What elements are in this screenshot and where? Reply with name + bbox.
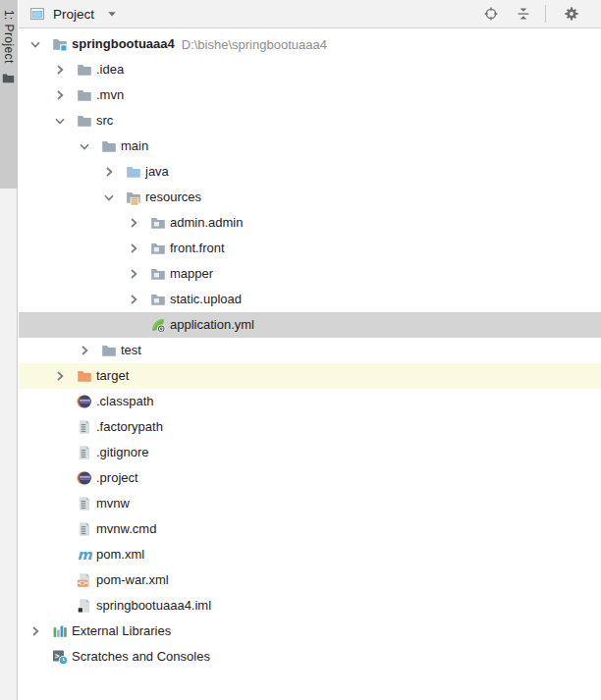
toolbar: Project <box>19 0 601 28</box>
tree-row-label: Scratches and Consoles <box>72 649 210 665</box>
chevron-right-icon[interactable] <box>126 241 150 256</box>
tree-row[interactable]: mvnw.cmd <box>19 516 601 542</box>
libraries-icon <box>52 623 68 639</box>
tree-row[interactable]: mpom.xml <box>19 542 601 567</box>
chevron-spacer <box>52 394 77 409</box>
tree-row[interactable]: front.front <box>19 236 601 261</box>
tree-row[interactable]: target <box>19 363 601 389</box>
chevron-right-icon[interactable] <box>77 343 101 358</box>
project-view-selector[interactable]: Project <box>29 6 120 22</box>
tree-row-label: .gitignore <box>96 445 148 460</box>
tree-row[interactable]: java <box>19 159 601 185</box>
eclipse-file-icon <box>77 394 92 409</box>
tree-row[interactable]: springbootuaaa4.iml <box>19 593 601 619</box>
tree-row[interactable]: springbootuaaa4D:\bishe\springbootuaaa4 <box>19 31 601 57</box>
tree-row[interactable]: .gitignore <box>19 440 601 465</box>
tree-row-label: target <box>96 368 129 384</box>
chevron-right-icon[interactable] <box>126 266 150 282</box>
tree-row-annotation: D:\bishe\springbootuaaa4 <box>182 37 327 52</box>
tree-row[interactable]: test <box>19 338 601 363</box>
chevron-right-icon[interactable] <box>126 215 150 231</box>
chevron-spacer <box>52 496 77 512</box>
folder-excluded-icon <box>77 368 92 384</box>
chevron-right-icon[interactable] <box>52 368 77 384</box>
chevron-right-icon[interactable] <box>126 292 150 307</box>
folder-package-icon <box>150 292 166 307</box>
project-tree: springbootuaaa4D:\bishe\springbootuaaa4.… <box>19 28 601 700</box>
tree-row[interactable]: External Libraries <box>19 619 601 644</box>
tool-window-button-project[interactable]: 1: Project <box>0 0 17 188</box>
tree-row[interactable]: <>pom-war.xml <box>19 567 601 593</box>
tool-window-button-label: 1: Project <box>2 10 16 64</box>
tree-row-label: springbootuaaa4 <box>72 36 175 52</box>
tree-row-label: static.upload <box>170 292 242 307</box>
tree-row[interactable]: resources <box>19 185 601 210</box>
scratches-icon: > <box>52 649 68 665</box>
tool-window-stripe: 1: Project <box>0 0 18 700</box>
tree-row[interactable]: static.upload <box>19 287 601 312</box>
tree-row-label: mapper <box>170 266 213 282</box>
toolbar-title: Project <box>53 7 94 22</box>
chevron-down-icon[interactable] <box>77 138 101 154</box>
tree-row-label: .idea <box>96 62 124 78</box>
folder-package-icon <box>150 241 166 256</box>
folder-icon <box>77 87 92 103</box>
text-file-icon <box>77 419 92 435</box>
tree-row-label: src <box>96 113 113 129</box>
folder-source-icon <box>126 164 141 180</box>
folder-resources-icon <box>126 189 141 205</box>
chevron-right-icon[interactable] <box>52 87 77 103</box>
tree-row-label: front.front <box>170 241 225 256</box>
tree-row-label: .project <box>96 470 138 486</box>
svg-text:m: m <box>77 547 92 563</box>
chevron-spacer <box>52 547 77 563</box>
tree-row[interactable]: application.yml <box>19 312 601 338</box>
chevron-spacer <box>52 521 77 537</box>
chevron-down-icon <box>104 6 120 22</box>
chevron-right-icon[interactable] <box>27 623 52 639</box>
tree-row[interactable]: .project <box>19 465 601 491</box>
tree-row-label: application.yml <box>170 317 254 333</box>
tree-row-label: External Libraries <box>72 623 171 639</box>
folder-package-icon <box>150 215 166 231</box>
tree-row-label: mvnw <box>96 496 130 512</box>
tree-row[interactable]: .idea <box>19 57 601 82</box>
gear-icon[interactable] <box>564 6 579 22</box>
tree-row-label: .factorypath <box>96 419 163 435</box>
chevron-spacer <box>52 598 77 614</box>
tree-row-label: main <box>121 138 148 154</box>
tree-row[interactable]: mapper <box>19 261 601 287</box>
project-window-icon <box>29 6 45 22</box>
tree-row[interactable]: admin.admin <box>19 210 601 236</box>
tree-row[interactable]: .factorypath <box>19 414 601 440</box>
chevron-down-icon[interactable] <box>101 189 126 205</box>
maven-icon: m <box>77 547 92 563</box>
chevron-down-icon[interactable] <box>27 36 52 52</box>
chevron-spacer <box>52 419 77 435</box>
folder-package-icon <box>150 266 166 282</box>
chevron-spacer <box>126 317 150 333</box>
collapse-all-icon[interactable] <box>516 6 531 22</box>
iml-file-icon <box>77 598 92 614</box>
chevron-spacer <box>52 445 77 460</box>
project-panel: Project <box>19 0 601 700</box>
chevron-right-icon[interactable] <box>101 164 126 180</box>
folder-icon <box>77 62 92 78</box>
tree-row[interactable]: main <box>19 134 601 159</box>
tree-row[interactable]: >Scratches and Consoles <box>19 644 601 670</box>
tree-row-label: admin.admin <box>170 215 243 231</box>
tree-row-label: .classpath <box>96 394 154 409</box>
tree-row[interactable]: .classpath <box>19 389 601 414</box>
chevron-right-icon[interactable] <box>52 62 77 78</box>
folder-icon <box>101 343 117 358</box>
tree-row[interactable]: src <box>19 108 601 134</box>
tree-row-label: test <box>121 343 141 358</box>
locate-file-icon[interactable] <box>483 6 499 22</box>
spring-boot-icon <box>150 317 166 333</box>
xml-file-icon: <> <box>77 572 92 588</box>
tree-row[interactable]: mvnw <box>19 491 601 516</box>
chevron-spacer <box>52 470 77 486</box>
project-tool-window: 1: Project Project <box>0 0 601 700</box>
tree-row[interactable]: .mvn <box>19 82 601 108</box>
chevron-down-icon[interactable] <box>52 113 77 129</box>
